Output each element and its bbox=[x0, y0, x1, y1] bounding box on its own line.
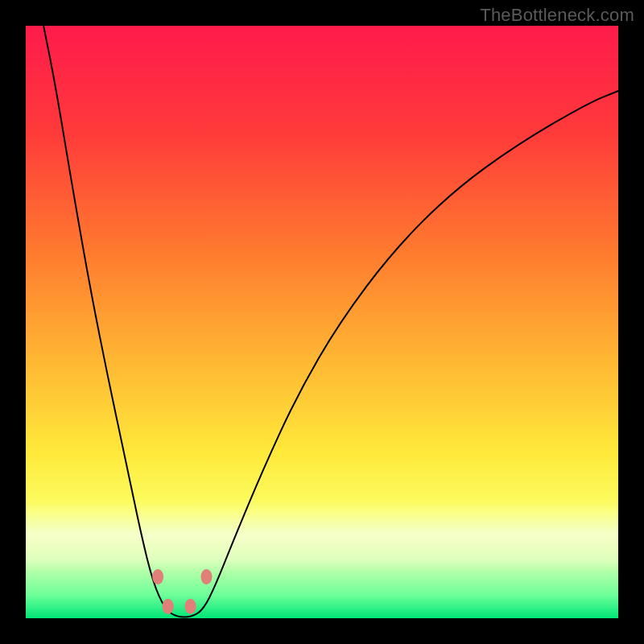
curve-marker bbox=[185, 599, 196, 614]
curve-marker bbox=[152, 569, 163, 584]
bottleneck-chart bbox=[0, 0, 644, 644]
curve-marker bbox=[200, 569, 212, 584]
plot-glow-band bbox=[26, 500, 618, 571]
chart-frame: TheBottleneck.com bbox=[0, 0, 644, 644]
curve-marker bbox=[163, 599, 174, 614]
